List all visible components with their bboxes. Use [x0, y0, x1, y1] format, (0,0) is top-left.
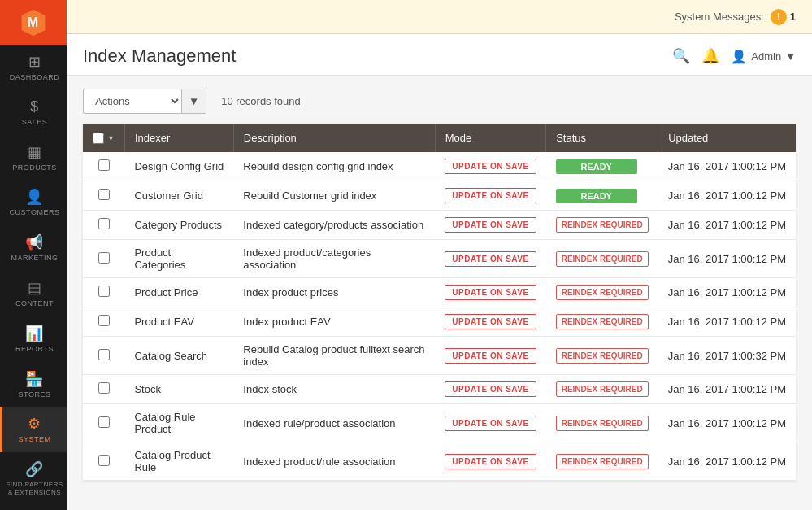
search-icon[interactable]: 🔍 [672, 47, 690, 65]
mode-cell: UPDATE ON SAVE [435, 211, 545, 240]
sidebar-item-stores[interactable]: 🏪 Stores [0, 362, 67, 408]
sidebar-item-sales[interactable]: $ Sales [0, 90, 67, 135]
row-checkbox-cell [83, 278, 124, 307]
admin-label: Admin [751, 50, 781, 63]
main-content: System Messages: ! 1 Index Management 🔍 … [67, 0, 812, 510]
table-row: Product Price Index product prices UPDAT… [83, 278, 796, 307]
dashboard-icon: ⊞ [28, 53, 41, 71]
col-header-indexer: Indexer [124, 124, 233, 152]
row-checkbox[interactable] [98, 382, 110, 394]
sidebar-item-dashboard[interactable]: ⊞ Dashboard [0, 45, 67, 90]
alert-icon: ! [771, 9, 787, 25]
status-badge: READY [556, 159, 637, 174]
updated-cell: Jan 16, 2017 1:00:12 PM [658, 442, 796, 481]
mode-badge: UPDATE ON SAVE [445, 416, 536, 431]
row-checkbox[interactable] [98, 218, 110, 229]
indexer-name: Product EAV [124, 307, 233, 337]
sidebar-item-content[interactable]: ▤ Content [0, 271, 67, 316]
updated-cell: Jan 16, 2017 1:00:12 PM [658, 181, 796, 211]
toolbar: Actions Reindex Data ▼ 10 records found [83, 89, 796, 114]
select-all-dropdown[interactable]: ▼ [107, 134, 115, 142]
table-row: Customer Grid Rebuild Customer grid inde… [83, 181, 796, 211]
select-all-checkbox[interactable] [93, 133, 104, 144]
indexer-name: Catalog Product Rule [124, 442, 233, 481]
sidebar-item-label: Dashboard [10, 73, 60, 82]
status-cell: REINDEX REQUIRED [546, 375, 658, 404]
products-icon: ▦ [28, 143, 42, 161]
sidebar-item-marketing[interactable]: 📢 Marketing [0, 225, 67, 271]
col-header-updated: Updated [658, 124, 796, 152]
mode-cell: UPDATE ON SAVE [435, 240, 545, 278]
sidebar-item-label: Marketing [11, 254, 58, 263]
indexer-description: Rebuild Catalog product fulltext search … [233, 337, 435, 375]
updated-cell: Jan 16, 2017 1:00:12 PM [658, 307, 796, 337]
row-checkbox[interactable] [98, 315, 110, 326]
status-cell: REINDEX REQUIRED [546, 240, 658, 278]
status-badge: REINDEX REQUIRED [556, 285, 649, 300]
row-checkbox[interactable] [98, 189, 110, 200]
mode-badge: UPDATE ON SAVE [445, 314, 536, 329]
mode-cell: UPDATE ON SAVE [435, 152, 545, 181]
sidebar-item-customers[interactable]: 👤 Customers [0, 180, 67, 225]
table-row: Catalog Search Rebuild Catalog product f… [83, 337, 796, 375]
updated-cell: Jan 16, 2017 1:00:32 PM [658, 337, 796, 375]
row-checkbox[interactable] [98, 416, 110, 428]
row-checkbox[interactable] [98, 159, 110, 171]
reports-icon: 📊 [25, 325, 44, 342]
mode-badge: UPDATE ON SAVE [445, 348, 536, 364]
table-row: Category Products Indexed category/produ… [83, 211, 796, 240]
mode-badge: UPDATE ON SAVE [445, 285, 536, 300]
mode-badge: UPDATE ON SAVE [445, 454, 536, 469]
sidebar-item-reports[interactable]: 📊 Reports [0, 316, 67, 362]
sidebar-item-label: Customers [10, 208, 60, 217]
admin-menu[interactable]: 👤 Admin ▼ [731, 49, 796, 64]
header-actions: 🔍 🔔 👤 Admin ▼ [672, 47, 796, 65]
sidebar-item-products[interactable]: ▦ Products [0, 135, 67, 181]
indexer-name: Design Config Grid [124, 152, 233, 181]
logo[interactable]: M [0, 0, 67, 45]
table-row: Catalog Product Rule Indexed product/rul… [83, 442, 796, 481]
actions-select[interactable]: Actions Reindex Data [84, 89, 181, 113]
page-title: Index Management [83, 46, 236, 67]
index-table: ▼ Indexer Description Mode Status Update… [83, 124, 796, 481]
row-checkbox[interactable] [98, 286, 110, 297]
marketing-icon: 📢 [25, 233, 44, 251]
updated-cell: Jan 16, 2017 1:00:12 PM [658, 375, 796, 404]
row-checkbox[interactable] [98, 252, 110, 264]
sidebar-item-system[interactable]: ⚙ System [0, 407, 67, 452]
table-row: Catalog Rule Product Indexed rule/produc… [83, 404, 796, 442]
indexer-name: Product Price [124, 278, 233, 307]
mode-cell: UPDATE ON SAVE [435, 181, 545, 211]
page-header: Index Management 🔍 🔔 👤 Admin ▼ [67, 34, 812, 76]
table-row: Product EAV Index product EAV UPDATE ON … [83, 307, 796, 337]
system-messages-label: System Messages: [675, 11, 764, 23]
row-checkbox[interactable] [98, 349, 110, 360]
updated-cell: Jan 16, 2017 1:00:12 PM [658, 152, 796, 181]
sidebar: M ⊞ Dashboard $ Sales ▦ Products 👤 Custo… [0, 0, 67, 510]
system-icon: ⚙ [28, 415, 41, 433]
indexer-name: Category Products [124, 211, 233, 240]
status-badge: REINDEX REQUIRED [556, 348, 649, 364]
alert-count: 1 [790, 11, 796, 23]
updated-cell: Jan 16, 2017 1:00:12 PM [658, 404, 796, 442]
table-body: Design Config Grid Rebuild design config… [83, 152, 796, 481]
actions-dropdown-button[interactable]: ▼ [181, 89, 206, 113]
sidebar-item-partners[interactable]: 🔗 Find Partners & Extensions [0, 452, 67, 504]
status-badge: READY [556, 189, 637, 203]
row-checkbox-cell [83, 375, 124, 404]
status-cell: REINDEX REQUIRED [546, 337, 658, 375]
bell-icon[interactable]: 🔔 [701, 47, 719, 65]
indexer-description: Rebuild design config grid index [233, 152, 435, 181]
status-cell: REINDEX REQUIRED [546, 307, 658, 337]
row-checkbox-cell [83, 181, 124, 211]
indexer-name: Customer Grid [124, 181, 233, 211]
indexer-description: Index product EAV [233, 307, 435, 337]
mode-cell: UPDATE ON SAVE [435, 337, 545, 375]
status-cell: READY [546, 152, 658, 181]
customers-icon: 👤 [25, 188, 44, 206]
sidebar-item-label: Stores [19, 390, 51, 399]
status-badge: REINDEX REQUIRED [556, 454, 649, 469]
mode-cell: UPDATE ON SAVE [435, 375, 545, 404]
row-checkbox[interactable] [98, 455, 110, 466]
mode-cell: UPDATE ON SAVE [435, 278, 545, 307]
